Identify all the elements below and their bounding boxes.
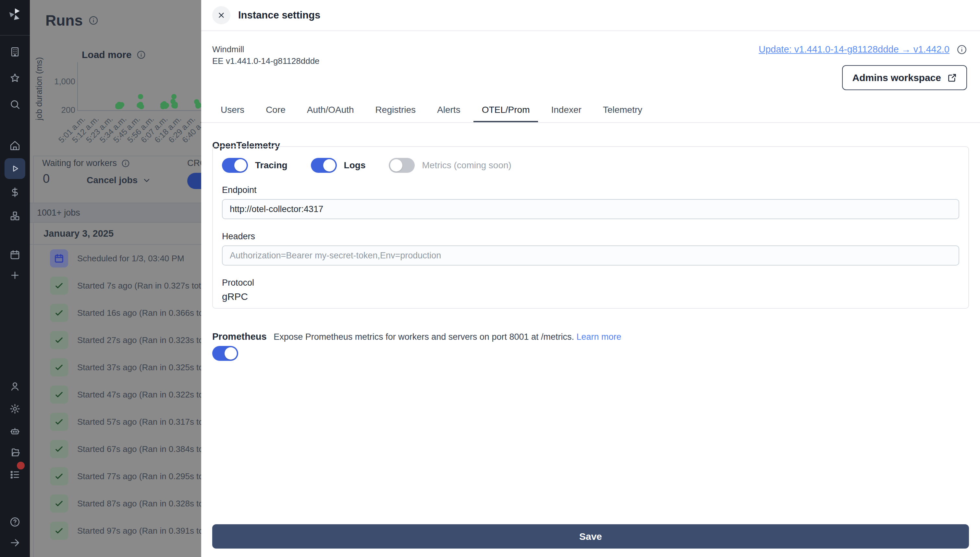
tab-core[interactable]: Core	[257, 97, 294, 122]
opentelemetry-panel: TracingLogsMetrics (coming soon) Endpoin…	[212, 146, 969, 309]
sidebar	[0, 0, 30, 557]
cancel-jobs-label: Cancel jobs	[87, 175, 137, 186]
job-list: Scheduled for 1/3, 03:40 PMStarted 7s ag…	[30, 245, 201, 544]
tab-indexer[interactable]: Indexer	[542, 97, 590, 122]
prometheus-toggle[interactable]	[212, 346, 238, 361]
job-row[interactable]: Started 77s ago (Ran in 0.295s total)	[30, 463, 201, 490]
job-row-text: Started 7s ago (Ran in 0.327s total)	[77, 281, 201, 291]
endpoint-input[interactable]	[222, 199, 959, 219]
load-more-info-icon[interactable]	[137, 50, 146, 59]
job-row-text: Started 57s ago (Ran in 0.317s total)	[77, 417, 201, 427]
load-more-button[interactable]: Load more	[82, 49, 146, 60]
sidebar-item-schedules[interactable]	[0, 246, 30, 264]
load-more-label: Load more	[82, 49, 131, 60]
toggle-label: Metrics (coming soon)	[422, 160, 511, 171]
sidebar-item-variables[interactable]	[0, 183, 30, 201]
scatter-point	[138, 94, 143, 99]
success-badge	[50, 413, 68, 431]
job-row[interactable]: Started 16s ago (Ran in 0.366s total)	[30, 299, 201, 326]
cancel-jobs-button[interactable]: Cancel jobs	[87, 175, 151, 186]
check-icon	[54, 498, 64, 509]
tab-registries[interactable]: Registries	[367, 97, 424, 122]
y-tick-200: 200	[48, 105, 75, 115]
update-info-icon[interactable]	[957, 44, 967, 55]
runs-info-icon[interactable]	[88, 16, 98, 25]
sidebar-item-favorites[interactable]	[0, 69, 30, 87]
toggle-tracing[interactable]	[222, 158, 248, 173]
sidebar-item-workspace[interactable]	[0, 43, 30, 61]
sidebar-item-users[interactable]	[0, 377, 30, 396]
tab-auth-oauth[interactable]: Auth/OAuth	[299, 97, 363, 122]
calendar-icon	[10, 249, 20, 261]
sidebar-item-resources[interactable]	[0, 207, 30, 225]
learn-more-link[interactable]: Learn more	[577, 332, 621, 342]
tab-alerts[interactable]: Alerts	[429, 97, 469, 122]
success-badge	[50, 331, 68, 349]
list-icon	[10, 469, 20, 480]
arrow-right-icon	[10, 537, 20, 548]
toggle-logs[interactable]	[311, 158, 337, 173]
runs-page-background: Runs Load more job duration (ms) 1,000 2…	[30, 0, 201, 557]
update-link[interactable]: Update: v1.441.0-14-g81128ddde → v1.442.…	[759, 44, 949, 55]
stats-divider	[33, 156, 201, 156]
prometheus-heading: Prometheus	[212, 331, 267, 342]
waiting-workers-label: Waiting for workers	[42, 158, 117, 168]
job-row-text: Started 37s ago (Ran in 0.325s total)	[77, 363, 201, 373]
background-toggle[interactable]	[187, 173, 201, 189]
chart-x-axis	[77, 110, 201, 111]
search-icon	[10, 99, 20, 110]
job-row[interactable]: Started 7s ago (Ran in 0.327s total)	[30, 272, 201, 299]
sidebar-item-workers[interactable]	[0, 422, 30, 440]
waiting-info-icon[interactable]	[121, 159, 130, 168]
headers-label: Headers	[222, 231, 959, 241]
sidebar-item-settings[interactable]	[0, 400, 30, 418]
job-row[interactable]: Started 57s ago (Ran in 0.317s total)	[30, 408, 201, 435]
job-row-text: Started 67s ago (Ran in 0.384s total)	[77, 444, 201, 454]
protocol-value: gRPC	[222, 291, 959, 302]
admins-workspace-button[interactable]: Admins workspace	[842, 65, 967, 90]
sidebar-item-help[interactable]	[0, 513, 30, 531]
job-row[interactable]: Started 97s ago (Ran in 0.391s total)	[30, 517, 201, 544]
admins-workspace-label: Admins workspace	[853, 72, 941, 83]
success-badge	[50, 494, 68, 513]
check-icon	[54, 362, 64, 373]
sidebar-item-search[interactable]	[0, 95, 30, 114]
save-button[interactable]: Save	[212, 524, 969, 549]
jobs-count-band: 1001+ jobs	[30, 203, 201, 223]
sidebar-item-collapse[interactable]	[0, 534, 30, 552]
job-row-text: Started 47s ago (Ran in 0.322s total)	[77, 390, 201, 400]
otel-toggles: TracingLogsMetrics (coming soon)	[222, 158, 959, 173]
toggle-label: Logs	[344, 160, 366, 171]
sidebar-item-folders[interactable]	[0, 443, 30, 462]
prometheus-section: Prometheus Expose Prometheus metrics for…	[212, 331, 967, 342]
tab-users[interactable]: Users	[212, 97, 253, 122]
sidebar-item-add[interactable]	[0, 266, 30, 284]
sidebar-item-audit-logs[interactable]	[0, 466, 30, 484]
app-screen: Runs Load more job duration (ms) 1,000 2…	[0, 0, 980, 557]
toggle-group-tracing: Tracing	[222, 158, 287, 173]
headers-input[interactable]	[222, 246, 959, 265]
sidebar-item-home[interactable]	[0, 137, 30, 155]
job-row[interactable]: Started 87s ago (Ran in 0.328s total)	[30, 490, 201, 517]
job-row[interactable]: Started 47s ago (Ran in 0.322s total)	[30, 381, 201, 408]
modal-header: Instance settings	[201, 0, 980, 31]
waiting-workers-value: 0	[43, 172, 50, 186]
job-row[interactable]: Started 67s ago (Ran in 0.384s total)	[30, 435, 201, 463]
chart-y-axis-label: job duration (ms)	[34, 40, 44, 137]
chart-y-axis	[77, 62, 78, 111]
job-row-text: Started 27s ago (Ran in 0.323s total)	[77, 335, 201, 345]
close-button[interactable]	[212, 6, 230, 24]
success-badge	[50, 304, 68, 322]
protocol-label: Protocol	[222, 278, 959, 288]
sidebar-item-runs[interactable]	[5, 158, 25, 179]
check-icon	[54, 471, 64, 482]
job-row[interactable]: Scheduled for 1/3, 03:40 PM	[30, 245, 201, 272]
tab-telemetry[interactable]: Telemetry	[595, 97, 651, 122]
windmill-logo-icon[interactable]	[0, 7, 30, 21]
dollar-icon	[10, 187, 20, 198]
job-row[interactable]: Started 27s ago (Ran in 0.323s total)	[30, 326, 201, 354]
job-row[interactable]: Started 37s ago (Ran in 0.325s total)	[30, 354, 201, 381]
scheduled-badge	[50, 249, 68, 267]
job-row-text: Started 87s ago (Ran in 0.328s total)	[77, 498, 201, 509]
tab-otel-prom[interactable]: OTEL/Prom	[474, 97, 538, 122]
